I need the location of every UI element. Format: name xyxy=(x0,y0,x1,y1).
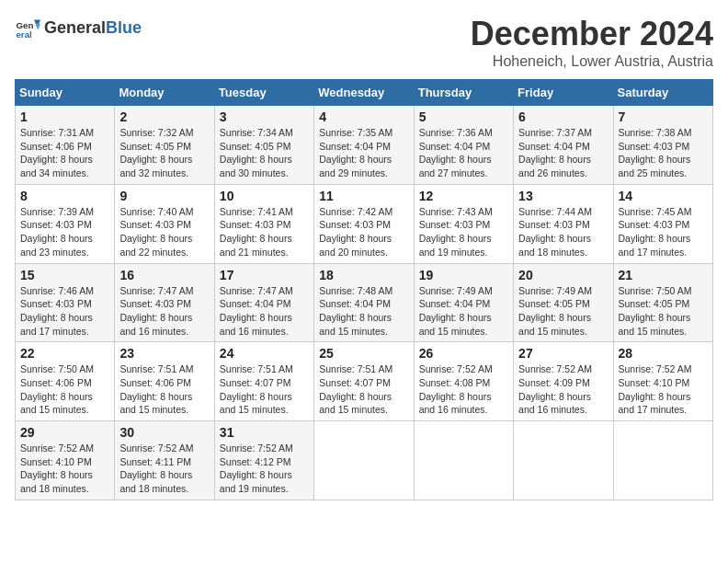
day-number: 1 xyxy=(20,109,109,124)
day-number: 8 xyxy=(20,189,109,203)
day-cell xyxy=(314,421,414,500)
logo-blue-text: Blue xyxy=(106,18,142,37)
day-number: 9 xyxy=(119,189,209,203)
col-header-thursday: Thursday xyxy=(414,80,513,106)
title-block: December 2024 Hoheneich, Lower Austria, … xyxy=(471,15,713,70)
day-info: Sunrise: 7:37 AM Sunset: 4:04 PM Dayligh… xyxy=(518,127,592,178)
day-cell: 5 Sunrise: 7:36 AM Sunset: 4:04 PM Dayli… xyxy=(414,106,513,185)
day-info: Sunrise: 7:47 AM Sunset: 4:03 PM Dayligh… xyxy=(119,285,193,337)
day-info: Sunrise: 7:43 AM Sunset: 4:03 PM Dayligh… xyxy=(419,206,493,258)
week-row-1: 1 Sunrise: 7:31 AM Sunset: 4:06 PM Dayli… xyxy=(16,106,713,185)
day-number: 4 xyxy=(319,109,408,124)
col-header-monday: Monday xyxy=(115,80,214,106)
day-info: Sunrise: 7:31 AM Sunset: 4:06 PM Dayligh… xyxy=(20,127,94,178)
day-cell: 25 Sunrise: 7:51 AM Sunset: 4:07 PM Dayl… xyxy=(314,342,414,421)
day-cell: 27 Sunrise: 7:52 AM Sunset: 4:09 PM Dayl… xyxy=(514,342,613,421)
day-cell: 31 Sunrise: 7:52 AM Sunset: 4:12 PM Dayl… xyxy=(214,421,313,500)
logo: Gen eral GeneralBlue xyxy=(15,15,142,40)
day-info: Sunrise: 7:38 AM Sunset: 4:03 PM Dayligh… xyxy=(619,127,692,178)
calendar-table: SundayMondayTuesdayWednesdayThursdayFrid… xyxy=(15,79,713,500)
day-info: Sunrise: 7:34 AM Sunset: 4:05 PM Dayligh… xyxy=(220,127,293,178)
day-number: 23 xyxy=(119,346,209,361)
day-cell: 14 Sunrise: 7:45 AM Sunset: 4:03 PM Dayl… xyxy=(613,184,712,263)
calendar-title: December 2024 xyxy=(471,15,713,53)
day-info: Sunrise: 7:50 AM Sunset: 4:05 PM Dayligh… xyxy=(619,285,692,337)
day-info: Sunrise: 7:47 AM Sunset: 4:04 PM Dayligh… xyxy=(220,285,293,337)
day-cell: 23 Sunrise: 7:51 AM Sunset: 4:06 PM Dayl… xyxy=(115,342,214,421)
day-number: 26 xyxy=(419,346,508,361)
day-info: Sunrise: 7:46 AM Sunset: 4:03 PM Dayligh… xyxy=(20,285,94,337)
day-number: 18 xyxy=(319,268,408,282)
col-header-friday: Friday xyxy=(514,80,613,106)
day-cell: 13 Sunrise: 7:44 AM Sunset: 4:03 PM Dayl… xyxy=(514,184,613,263)
day-info: Sunrise: 7:36 AM Sunset: 4:04 PM Dayligh… xyxy=(419,127,493,178)
day-number: 24 xyxy=(220,346,309,361)
week-row-2: 8 Sunrise: 7:39 AM Sunset: 4:03 PM Dayli… xyxy=(16,184,713,263)
day-number: 5 xyxy=(419,109,508,124)
day-cell: 28 Sunrise: 7:52 AM Sunset: 4:10 PM Dayl… xyxy=(613,342,712,421)
day-number: 29 xyxy=(20,425,109,440)
day-cell: 7 Sunrise: 7:38 AM Sunset: 4:03 PM Dayli… xyxy=(613,106,712,185)
day-number: 10 xyxy=(220,189,309,203)
day-info: Sunrise: 7:49 AM Sunset: 4:04 PM Dayligh… xyxy=(419,285,493,337)
col-header-tuesday: Tuesday xyxy=(214,80,313,106)
day-info: Sunrise: 7:48 AM Sunset: 4:04 PM Dayligh… xyxy=(319,285,392,337)
day-cell: 30 Sunrise: 7:52 AM Sunset: 4:11 PM Dayl… xyxy=(115,421,214,500)
day-number: 12 xyxy=(419,189,508,203)
day-info: Sunrise: 7:52 AM Sunset: 4:12 PM Dayligh… xyxy=(220,442,293,494)
day-number: 28 xyxy=(619,346,708,361)
day-info: Sunrise: 7:40 AM Sunset: 4:03 PM Dayligh… xyxy=(119,206,193,258)
day-info: Sunrise: 7:52 AM Sunset: 4:11 PM Dayligh… xyxy=(119,442,193,494)
day-cell: 11 Sunrise: 7:42 AM Sunset: 4:03 PM Dayl… xyxy=(314,184,414,263)
day-info: Sunrise: 7:52 AM Sunset: 4:10 PM Dayligh… xyxy=(20,442,94,494)
day-cell: 12 Sunrise: 7:43 AM Sunset: 4:03 PM Dayl… xyxy=(414,184,513,263)
svg-text:eral: eral xyxy=(16,29,32,40)
day-cell: 8 Sunrise: 7:39 AM Sunset: 4:03 PM Dayli… xyxy=(16,184,115,263)
day-cell: 21 Sunrise: 7:50 AM Sunset: 4:05 PM Dayl… xyxy=(613,263,712,342)
day-info: Sunrise: 7:42 AM Sunset: 4:03 PM Dayligh… xyxy=(319,206,392,258)
logo-icon: Gen eral xyxy=(15,15,40,40)
day-cell: 15 Sunrise: 7:46 AM Sunset: 4:03 PM Dayl… xyxy=(16,263,115,342)
week-row-5: 29 Sunrise: 7:52 AM Sunset: 4:10 PM Dayl… xyxy=(16,421,713,500)
col-header-sunday: Sunday xyxy=(16,80,115,106)
day-cell xyxy=(613,421,712,500)
day-number: 30 xyxy=(119,425,209,440)
day-cell: 18 Sunrise: 7:48 AM Sunset: 4:04 PM Dayl… xyxy=(314,263,414,342)
logo-general-text: General xyxy=(44,18,106,37)
day-number: 27 xyxy=(518,346,608,361)
day-info: Sunrise: 7:44 AM Sunset: 4:03 PM Dayligh… xyxy=(518,206,592,258)
day-cell xyxy=(514,421,613,500)
day-cell: 2 Sunrise: 7:32 AM Sunset: 4:05 PM Dayli… xyxy=(115,106,214,185)
calendar-subtitle: Hoheneich, Lower Austria, Austria xyxy=(471,53,713,70)
day-cell: 16 Sunrise: 7:47 AM Sunset: 4:03 PM Dayl… xyxy=(115,263,214,342)
day-cell: 9 Sunrise: 7:40 AM Sunset: 4:03 PM Dayli… xyxy=(115,184,214,263)
day-number: 31 xyxy=(220,425,309,440)
day-number: 6 xyxy=(518,109,608,124)
day-number: 14 xyxy=(619,189,708,203)
day-number: 3 xyxy=(220,109,309,124)
week-row-3: 15 Sunrise: 7:46 AM Sunset: 4:03 PM Dayl… xyxy=(16,263,713,342)
day-info: Sunrise: 7:52 AM Sunset: 4:09 PM Dayligh… xyxy=(518,363,592,415)
day-info: Sunrise: 7:51 AM Sunset: 4:07 PM Dayligh… xyxy=(220,363,293,415)
page-header: Gen eral GeneralBlue December 2024 Hohen… xyxy=(15,15,713,70)
day-number: 22 xyxy=(20,346,109,361)
day-number: 13 xyxy=(518,189,608,203)
day-number: 20 xyxy=(518,268,608,282)
day-info: Sunrise: 7:50 AM Sunset: 4:06 PM Dayligh… xyxy=(20,363,94,415)
day-number: 7 xyxy=(619,109,708,124)
day-info: Sunrise: 7:39 AM Sunset: 4:03 PM Dayligh… xyxy=(20,206,94,258)
col-header-wednesday: Wednesday xyxy=(314,80,414,106)
col-header-saturday: Saturday xyxy=(613,80,712,106)
day-cell: 6 Sunrise: 7:37 AM Sunset: 4:04 PM Dayli… xyxy=(514,106,613,185)
day-number: 16 xyxy=(119,268,209,282)
day-info: Sunrise: 7:52 AM Sunset: 4:08 PM Dayligh… xyxy=(419,363,493,415)
day-info: Sunrise: 7:51 AM Sunset: 4:06 PM Dayligh… xyxy=(119,363,193,415)
day-info: Sunrise: 7:35 AM Sunset: 4:04 PM Dayligh… xyxy=(319,127,392,178)
day-cell: 24 Sunrise: 7:51 AM Sunset: 4:07 PM Dayl… xyxy=(214,342,313,421)
day-number: 15 xyxy=(20,268,109,282)
day-cell: 19 Sunrise: 7:49 AM Sunset: 4:04 PM Dayl… xyxy=(414,263,513,342)
day-number: 11 xyxy=(319,189,408,203)
day-number: 21 xyxy=(619,268,708,282)
day-number: 25 xyxy=(319,346,408,361)
svg-marker-3 xyxy=(35,24,40,30)
